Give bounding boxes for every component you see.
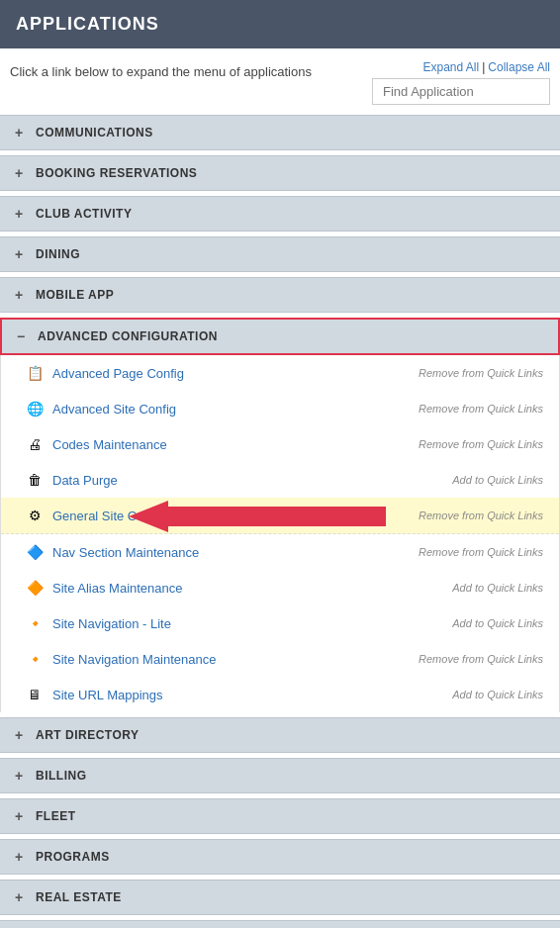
- app-item-codes-maintenance: 🖨Codes MaintenanceRemove from Quick Link…: [1, 426, 559, 462]
- section-label-mobile-app: MOBILE APP: [36, 288, 114, 302]
- toggle-icon-fleet: +: [12, 808, 26, 824]
- app-link-codes-maintenance[interactable]: Codes Maintenance: [52, 437, 167, 452]
- section-header-billing[interactable]: +BILLING: [0, 758, 560, 793]
- app-link-site-alias-maintenance[interactable]: Site Alias Maintenance: [52, 581, 183, 596]
- app-item-data-purge: 🗑Data PurgeAdd to Quick Links: [1, 462, 559, 498]
- find-application-input[interactable]: [372, 78, 550, 105]
- top-bar: Click a link below to expand the menu of…: [0, 48, 560, 113]
- quick-link-action-site-alias-maintenance[interactable]: Add to Quick Links: [452, 582, 543, 594]
- toggle-icon-advanced-configuration: −: [14, 328, 28, 344]
- app-item-left-nav-section-maintenance: 🔷Nav Section Maintenance: [25, 542, 199, 562]
- list-item: 🖥Site URL MappingsAdd to Quick Links: [1, 677, 559, 712]
- quick-link-action-site-url-mappings[interactable]: Add to Quick Links: [452, 689, 543, 700]
- toggle-icon-communications: +: [12, 125, 26, 140]
- app-icon-site-alias-maintenance: 🔶: [25, 578, 45, 598]
- app-item-advanced-page-config: 📋Advanced Page ConfigRemove from Quick L…: [1, 355, 559, 391]
- section-label-advanced-configuration: ADVANCED CONFIGURATION: [38, 329, 218, 343]
- section-header-real-estate[interactable]: +REAL ESTATE: [0, 880, 560, 915]
- app-item-left-data-purge: 🗑Data Purge: [25, 470, 118, 490]
- quick-link-action-general-site-config[interactable]: Remove from Quick Links: [419, 510, 543, 521]
- separator: |: [482, 60, 485, 74]
- toggle-icon-programs: +: [12, 849, 26, 865]
- toggle-icon-dining: +: [12, 246, 26, 262]
- toggle-icon-mobile-app: +: [12, 287, 26, 303]
- section-header-booking-reservations[interactable]: +BOOKING RESERVATIONS: [0, 155, 560, 191]
- app-item-left-site-url-mappings: 🖥Site URL Mappings: [25, 685, 163, 704]
- section-label-fleet: FLEET: [36, 809, 76, 823]
- list-item: ⚙General Site ConfigRemove from Quick Li…: [1, 498, 559, 534]
- quick-link-action-nav-section-maintenance[interactable]: Remove from Quick Links: [419, 546, 543, 558]
- app-item-site-navigation-lite: 🔸Site Navigation - LiteAdd to Quick Link…: [1, 605, 559, 641]
- app-link-advanced-page-config[interactable]: Advanced Page Config: [52, 366, 184, 381]
- toggle-icon-real-estate: +: [12, 889, 26, 905]
- section-header-mobile-app[interactable]: +MOBILE APP: [0, 277, 560, 313]
- app-item-left-codes-maintenance: 🖨Codes Maintenance: [25, 434, 167, 454]
- top-bar-description: Click a link below to expand the menu of…: [10, 60, 312, 79]
- app-item-general-site-config: ⚙General Site ConfigRemove from Quick Li…: [1, 498, 559, 534]
- app-item-site-url-mappings: 🖥Site URL MappingsAdd to Quick Links: [1, 677, 559, 712]
- app-icon-nav-section-maintenance: 🔷: [25, 542, 45, 562]
- section-header-fleet[interactable]: +FLEET: [0, 798, 560, 834]
- app-link-site-navigation-lite[interactable]: Site Navigation - Lite: [52, 616, 171, 631]
- collapse-all-link[interactable]: Collapse All: [488, 60, 550, 74]
- quick-link-action-advanced-page-config[interactable]: Remove from Quick Links: [419, 367, 543, 379]
- app-item-left-site-navigation-lite: 🔸Site Navigation - Lite: [25, 613, 171, 633]
- section-label-booking-reservations: BOOKING RESERVATIONS: [36, 166, 197, 180]
- section-header-communications[interactable]: +COMMUNICATIONS: [0, 115, 560, 150]
- app-list-advanced-configuration: 📋Advanced Page ConfigRemove from Quick L…: [0, 355, 560, 712]
- quick-link-action-site-navigation-lite[interactable]: Add to Quick Links: [452, 617, 543, 629]
- app-item-left-advanced-site-config: 🌐Advanced Site Config: [25, 399, 176, 418]
- app-item-advanced-site-config: 🌐Advanced Site ConfigRemove from Quick L…: [1, 391, 559, 426]
- app-icon-site-navigation-maintenance: 🔸: [25, 649, 45, 669]
- section-label-communications: COMMUNICATIONS: [36, 126, 153, 139]
- toggle-icon-billing: +: [12, 768, 26, 784]
- list-item: 📋Advanced Page ConfigRemove from Quick L…: [1, 355, 559, 391]
- quick-link-action-site-navigation-maintenance[interactable]: Remove from Quick Links: [419, 653, 543, 665]
- expand-collapse-controls: Expand All | Collapse All: [422, 60, 550, 74]
- quick-link-action-codes-maintenance[interactable]: Remove from Quick Links: [419, 438, 543, 450]
- app-icon-codes-maintenance: 🖨: [25, 434, 45, 454]
- section-label-club-activity: CLUB ACTIVITY: [36, 207, 132, 221]
- section-header-storage-libraries[interactable]: +STORAGE LIBRARIES: [0, 920, 560, 928]
- toggle-icon-club-activity: +: [12, 206, 26, 222]
- section-header-dining[interactable]: +DINING: [0, 236, 560, 272]
- app-item-left-general-site-config: ⚙General Site Config: [25, 506, 164, 525]
- app-item-site-navigation-maintenance: 🔸Site Navigation MaintenanceRemove from …: [1, 641, 559, 677]
- toggle-icon-booking-reservations: +: [12, 165, 26, 181]
- app-item-left-site-navigation-maintenance: 🔸Site Navigation Maintenance: [25, 649, 217, 669]
- section-header-club-activity[interactable]: +CLUB ACTIVITY: [0, 196, 560, 232]
- app-icon-data-purge: 🗑: [25, 470, 45, 490]
- expand-all-link[interactable]: Expand All: [422, 60, 479, 74]
- list-item: 🔸Site Navigation - LiteAdd to Quick Link…: [1, 605, 559, 641]
- app-item-site-alias-maintenance: 🔶Site Alias MaintenanceAdd to Quick Link…: [1, 570, 559, 605]
- app-item-nav-section-maintenance: 🔷Nav Section MaintenanceRemove from Quic…: [1, 534, 559, 570]
- app-link-site-url-mappings[interactable]: Site URL Mappings: [52, 688, 163, 702]
- toggle-icon-art-directory: +: [12, 727, 26, 743]
- section-header-advanced-configuration[interactable]: −ADVANCED CONFIGURATION: [0, 318, 560, 355]
- app-icon-general-site-config: ⚙: [25, 506, 45, 525]
- quick-link-action-data-purge[interactable]: Add to Quick Links: [452, 474, 543, 486]
- list-item: 🔶Site Alias MaintenanceAdd to Quick Link…: [1, 570, 559, 605]
- app-link-nav-section-maintenance[interactable]: Nav Section Maintenance: [52, 545, 199, 560]
- app-icon-site-url-mappings: 🖥: [25, 685, 45, 704]
- app-link-general-site-config[interactable]: General Site Config: [52, 509, 164, 523]
- section-header-art-directory[interactable]: +ART DIRECTORY: [0, 717, 560, 753]
- section-label-real-estate: REAL ESTATE: [36, 890, 122, 904]
- page-title: APPLICATIONS: [16, 14, 544, 35]
- page-header: APPLICATIONS: [0, 0, 560, 48]
- section-label-dining: DINING: [36, 247, 80, 261]
- section-label-billing: BILLING: [36, 769, 87, 783]
- app-link-data-purge[interactable]: Data Purge: [52, 473, 118, 488]
- app-item-left-advanced-page-config: 📋Advanced Page Config: [25, 363, 184, 383]
- app-icon-advanced-page-config: 📋: [25, 363, 45, 383]
- sections-container: +COMMUNICATIONS+BOOKING RESERVATIONS+CLU…: [0, 115, 560, 928]
- app-link-advanced-site-config[interactable]: Advanced Site Config: [52, 402, 176, 417]
- list-item: 🔸Site Navigation MaintenanceRemove from …: [1, 641, 559, 677]
- section-header-programs[interactable]: +PROGRAMS: [0, 839, 560, 875]
- quick-link-action-advanced-site-config[interactable]: Remove from Quick Links: [419, 403, 543, 415]
- list-item: 🖨Codes MaintenanceRemove from Quick Link…: [1, 426, 559, 462]
- app-icon-advanced-site-config: 🌐: [25, 399, 45, 418]
- app-link-site-navigation-maintenance[interactable]: Site Navigation Maintenance: [52, 652, 217, 667]
- section-label-programs: PROGRAMS: [36, 850, 110, 864]
- list-item: 🗑Data PurgeAdd to Quick Links: [1, 462, 559, 498]
